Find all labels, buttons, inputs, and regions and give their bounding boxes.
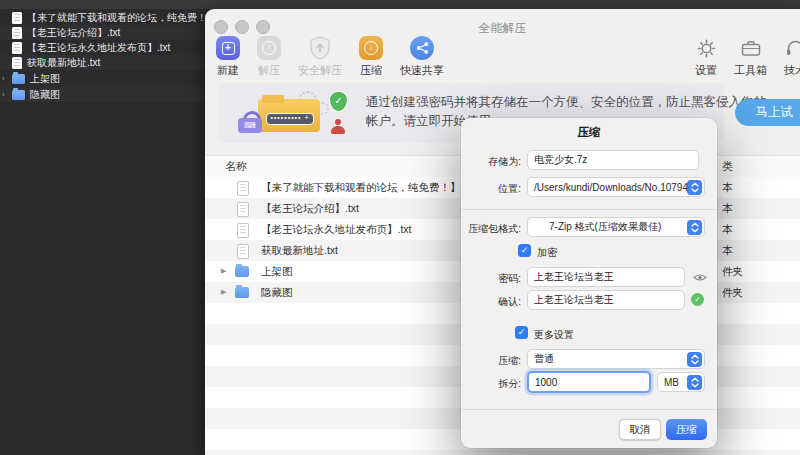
cancel-button[interactable]: 取消 (619, 419, 661, 440)
more-settings-label: 更多设置 (534, 328, 574, 342)
toolbar-quick-share-button[interactable]: 快速共享 (400, 36, 444, 78)
lock-icon (238, 111, 262, 133)
share-icon (410, 36, 434, 60)
dialog-title: 压缩 (461, 125, 717, 140)
chevron-right-icon[interactable]: › (0, 74, 12, 83)
folder-icon (235, 266, 249, 277)
stepper-icon[interactable] (687, 220, 702, 235)
kind-column-header[interactable]: 类 (722, 159, 733, 174)
empty-row (205, 450, 800, 455)
folder-name: 上架图 (30, 72, 60, 86)
gear-icon (694, 36, 718, 60)
file-kind: 件夹 (722, 286, 743, 300)
toolbar-settings-button[interactable]: 设置 (694, 36, 718, 78)
password-dots-icon: ••••••••• + (266, 113, 314, 125)
check-circle-icon (691, 293, 704, 306)
banner-line1: 通过创建强密码并将其存储在一个方便、安全的位置，防止黑客侵入您的 (366, 93, 716, 112)
chevron-right-icon[interactable]: › (0, 90, 12, 99)
text-file-icon (237, 181, 249, 196)
split-label: 拆分: (498, 377, 521, 391)
file-kind: 本 (722, 181, 733, 195)
stepper-icon[interactable] (687, 352, 702, 367)
confirm-label: 确认: (498, 295, 521, 309)
location-value: /Users/kundi/Downloads/No.10794... (534, 182, 696, 193)
file-name: 获取最新地址.txt (27, 56, 100, 70)
try-now-button[interactable]: 马上试 (735, 99, 800, 126)
file-name: 【来了就能下载和观看的论坛，纯免费！】.txt (261, 181, 475, 195)
folder-icon (12, 90, 25, 100)
extract-icon: ↑ (257, 36, 281, 60)
file-kind: 本 (722, 244, 733, 258)
file-kind: 本 (722, 202, 733, 216)
split-unit-select[interactable]: MB (657, 372, 705, 392)
compression-level-select[interactable]: 普通 (527, 349, 705, 369)
eye-icon[interactable] (693, 272, 707, 283)
list-item[interactable]: › 隐藏图 (0, 87, 205, 102)
text-file-icon (237, 223, 249, 238)
file-name: 【老王论坛永久地址发布页】.txt (261, 223, 412, 237)
text-file-icon (12, 27, 22, 39)
level-value: 普通 (534, 352, 554, 366)
toolbar-compress-button[interactable]: ↓ 压缩 (359, 36, 383, 78)
toolbar-new-button[interactable]: + 新建 (216, 36, 240, 78)
password-input[interactable] (527, 267, 685, 287)
folder-name: 隐藏图 (30, 88, 60, 102)
screen: 【来了就能下载和观看的论坛，纯免费！】 【老王论坛介绍】.txt 【老王论坛永久… (0, 0, 800, 455)
list-item[interactable]: › 上架图 (0, 71, 205, 86)
compress-dialog: 压缩 存储为: 位置: /Users/kundi/Downloads/No.10… (461, 118, 717, 448)
toolbar-toolbox-button[interactable]: 工具箱 (734, 36, 767, 78)
format-label: 压缩包格式: (468, 222, 521, 236)
more-settings-checkbox[interactable] (515, 326, 528, 339)
format-value: 7-Zip 格式(压缩效果最佳) (549, 220, 661, 234)
toolbar-safe-extract-button[interactable]: 安全解压 (298, 36, 342, 78)
stepper-icon[interactable] (687, 180, 702, 195)
window-title: 全能解压 (205, 20, 800, 37)
file-kind: 本 (722, 223, 733, 237)
file-name: 【来了就能下载和观看的论坛，纯免费！】 (27, 11, 205, 25)
7zip-file-icon (534, 221, 544, 233)
list-item[interactable]: 【老王论坛介绍】.txt (0, 25, 205, 40)
password-label: 密码: (498, 272, 521, 286)
folder-name: 隐藏图 (261, 286, 293, 300)
shield-check-icon: ✓ (329, 91, 348, 112)
location-label: 位置: (498, 182, 521, 196)
split-size-input[interactable] (527, 371, 651, 393)
level-label: 压缩: (498, 354, 521, 368)
password-illustration: ••••••••• + ✓ (236, 91, 356, 135)
disclosure-triangle-icon[interactable]: ▶ (221, 267, 226, 275)
text-file-icon (237, 244, 249, 259)
name-column-header[interactable]: 名称 (225, 159, 247, 174)
text-file-icon (12, 12, 22, 24)
divider (461, 409, 717, 410)
new-archive-icon: + (216, 36, 240, 60)
divider (461, 209, 717, 210)
background-window-top-strip (0, 0, 800, 9)
split-unit-value: MB (664, 377, 679, 388)
confirm-password-input[interactable] (527, 290, 685, 310)
headset-icon (783, 36, 800, 60)
folder-icon (235, 287, 249, 298)
compress-button[interactable]: 压缩 (666, 419, 707, 440)
text-file-icon (237, 202, 249, 217)
save-as-input[interactable] (527, 150, 699, 170)
list-item[interactable]: 【老王论坛永久地址发布页】.txt (0, 40, 205, 55)
stepper-icon[interactable] (687, 375, 702, 390)
briefcase-icon (739, 36, 763, 60)
toolbar-extract-button[interactable]: ↑ 解压 (257, 36, 281, 78)
text-file-icon (12, 57, 22, 69)
shield-extract-icon (308, 36, 332, 60)
save-as-label: 存储为: (488, 155, 521, 169)
format-select[interactable]: 7-Zip 格式(压缩效果最佳) (527, 217, 705, 237)
list-item[interactable]: 获取最新地址.txt (0, 55, 205, 70)
disclosure-triangle-icon[interactable]: ▶ (221, 288, 226, 296)
list-item[interactable]: 【来了就能下载和观看的论坛，纯免费！】 (0, 10, 205, 25)
encrypt-label: 加密 (537, 246, 557, 260)
location-select[interactable]: /Users/kundi/Downloads/No.10794... (527, 177, 705, 197)
toolbar-right: 设置 工具箱 (694, 36, 800, 78)
text-file-icon (12, 42, 22, 54)
encrypt-checkbox[interactable] (518, 244, 531, 257)
folder-name: 上架图 (261, 265, 293, 279)
file-name: 【老王论坛永久地址发布页】.txt (27, 41, 170, 55)
toolbar-support-button[interactable]: 技术 (783, 36, 800, 78)
blocked-hacker-icon (331, 119, 345, 135)
